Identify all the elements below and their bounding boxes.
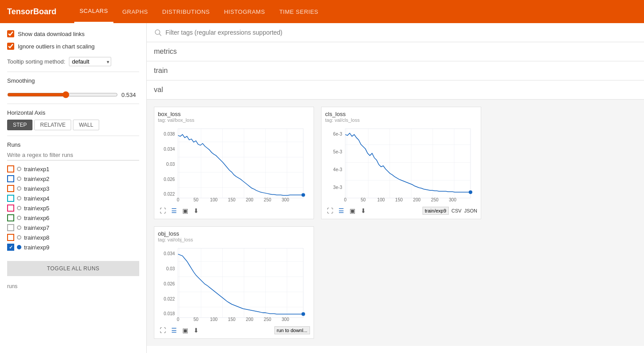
svg-point-0 [155,30,160,35]
nav-graphs[interactable]: GRAPHS [117,0,153,23]
runs-title: Runs [7,141,139,148]
axis-wall-btn[interactable]: WALL [73,120,99,130]
pan-zoom-icon[interactable]: ▣ [181,206,190,215]
svg-text:150: 150 [228,317,236,322]
svg-text:0.03: 0.03 [166,162,175,167]
section-x-header[interactable]: x [147,346,644,353]
run-dot-exp1 [17,167,21,171]
svg-text:100: 100 [210,197,217,202]
data-table-icon[interactable]: ☰ [169,206,179,215]
section-train-header[interactable]: train [147,61,644,80]
svg-text:200: 200 [413,197,421,202]
pan-zoom-icon-cls[interactable]: ▣ [348,206,357,215]
run-select-cls[interactable]: train/exp9 [423,207,449,215]
tooltip-select[interactable]: default ascending descending nearest [69,57,111,66]
section-train: train [147,61,644,80]
run-label-exp9: train\exp9 [24,244,49,251]
chart-box-loss: box_loss tag: val/box_loss [154,107,314,219]
run-checkbox-exp3[interactable] [7,185,14,192]
run-checkbox-exp1[interactable] [7,165,14,172]
run-item-exp7[interactable]: train\exp7 [7,223,139,233]
csv-link-cls[interactable]: CSV [451,208,462,213]
run-label-exp6: train\exp6 [24,215,49,221]
run-item-exp6[interactable]: train\exp6 [7,213,139,223]
svg-rect-16 [345,129,471,198]
run-item-exp5[interactable]: train\exp5 [7,203,139,213]
filter-tags-input[interactable] [165,29,637,36]
divider-3 [7,136,139,136]
axis-title: Horizontal Axis [7,109,139,116]
svg-text:0: 0 [177,317,179,322]
expand-icon-cls[interactable]: ⛶ [325,206,335,215]
chart-obj-loss-subtitle: tag: val/obj_loss [158,237,310,242]
svg-text:0.022: 0.022 [164,192,175,197]
nav-scalars[interactable]: SCALARS [74,0,113,23]
show-data-links-checkbox[interactable] [7,30,14,37]
svg-text:3e-3: 3e-3 [333,185,342,190]
nav-timeseries[interactable]: TIME SERIES [274,0,324,23]
run-label-exp3: train\exp3 [24,185,49,192]
charts-grid: box_loss tag: val/box_loss [154,107,637,339]
svg-text:100: 100 [210,317,217,322]
show-data-links-label: Show data download links [18,31,85,37]
expand-icon-obj[interactable]: ⛶ [158,326,168,335]
run-checkbox-exp5[interactable] [7,205,14,212]
tooltip-sorting-label: Tooltip sorting method: [7,58,65,65]
run-checkbox-exp6[interactable] [7,214,14,221]
smoothing-slider[interactable] [7,91,118,98]
expand-icon[interactable]: ⛶ [158,206,168,215]
section-metrics-header[interactable]: metrics [147,42,644,61]
run-checkbox-exp4[interactable] [7,195,14,202]
run-item-exp2[interactable]: train\exp2 [7,174,139,184]
run-dot-exp3 [17,186,21,191]
section-train-label: train [154,67,168,74]
run-item-exp8[interactable]: train\exp8 [7,233,139,242]
download-icon-cls[interactable]: ⬇ [359,206,368,215]
run-checkbox-exp7[interactable] [7,224,14,231]
runs-footer: runs [7,283,139,289]
run-item-exp3[interactable]: train\exp3 [7,184,139,193]
svg-text:6e-3: 6e-3 [333,132,342,136]
section-val: val box_loss tag: val/box_loss [147,80,644,346]
svg-line-1 [159,34,161,36]
svg-point-28 [469,190,472,194]
main-nav: SCALARS GRAPHS DISTRIBUTIONS HISTOGRAMS … [74,0,324,23]
header: TensorBoard SCALARS GRAPHS DISTRIBUTIONS… [0,0,644,23]
axis-step-btn[interactable]: STEP [7,120,32,130]
svg-text:150: 150 [228,197,236,202]
run-item-exp9[interactable]: train\exp9 [7,242,139,252]
run-select-obj[interactable]: run to downl... [274,326,310,334]
run-checkbox-exp2[interactable] [7,175,14,182]
svg-point-15 [302,193,305,197]
run-dot-exp2 [17,176,21,181]
tooltip-row: Tooltip sorting method: default ascendin… [7,57,139,66]
download-icon-obj[interactable]: ⬇ [192,326,201,335]
run-item-exp4[interactable]: train\exp4 [7,193,139,203]
toggle-all-runs-button[interactable]: TOGGLE ALL RUNS [7,261,139,276]
search-icon [154,28,162,36]
smoothing-value: 0.534 [121,92,139,98]
chart-cls-loss: cls_loss tag: val/cls_loss [321,107,481,219]
svg-text:300: 300 [282,317,289,322]
download-icon[interactable]: ⬇ [192,206,201,215]
run-label-exp7: train\exp7 [24,225,49,231]
svg-text:0: 0 [344,197,346,202]
run-item-exp1[interactable]: train\exp1 [7,164,139,174]
nav-histograms[interactable]: HISTOGRAMS [219,0,270,23]
show-data-links-row: Show data download links [7,30,139,37]
data-table-icon-obj[interactable]: ☰ [169,326,179,335]
run-checkbox-exp9[interactable] [7,244,14,251]
svg-text:0.03: 0.03 [166,266,175,271]
axis-relative-btn[interactable]: RELATIVE [34,120,71,130]
pan-zoom-icon-obj[interactable]: ▣ [181,326,190,335]
runs-filter-input[interactable] [7,150,139,160]
svg-text:5e-3: 5e-3 [333,149,342,154]
data-table-icon-cls[interactable]: ☰ [337,206,346,215]
section-val-header[interactable]: val [147,80,644,100]
ignore-outliers-checkbox[interactable] [7,43,14,50]
section-val-content: box_loss tag: val/box_loss [147,100,644,346]
json-link-cls[interactable]: JSON [464,208,477,213]
section-metrics: metrics [147,42,644,61]
nav-distributions[interactable]: DISTRIBUTIONS [157,0,215,23]
run-checkbox-exp8[interactable] [7,234,14,241]
